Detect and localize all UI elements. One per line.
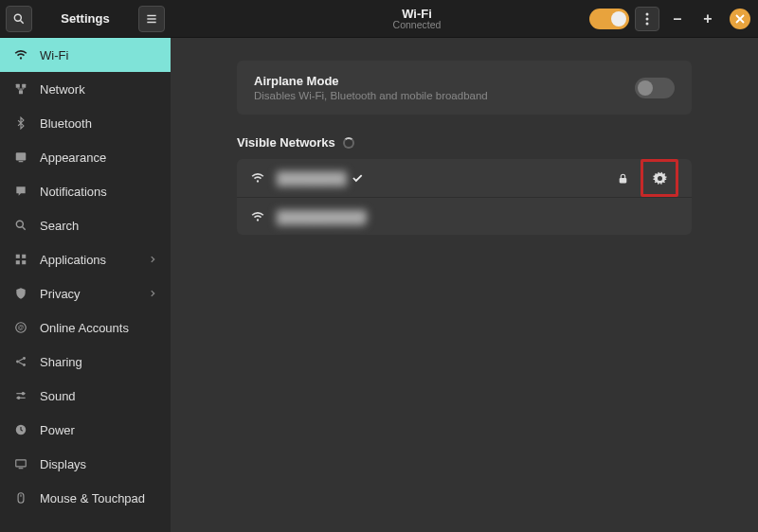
sidebar-header: Settings: [0, 0, 171, 38]
sidebar-item-displays[interactable]: Displays: [0, 447, 171, 481]
mouse-icon: [13, 490, 28, 505]
kebab-icon: [645, 12, 649, 26]
sidebar-item-label: Online Accounts: [40, 321, 157, 335]
sidebar-item-label: Network: [40, 82, 157, 97]
sidebar-item-sound[interactable]: Sound: [0, 379, 171, 413]
network-ssid: ██████████: [277, 210, 678, 223]
sidebar-item-label: Appearance: [40, 151, 157, 165]
sidebar-item-bluetooth[interactable]: Bluetooth: [0, 106, 171, 140]
svg-point-0: [14, 14, 21, 21]
sidebar-item-label: Applications: [40, 253, 136, 267]
svg-rect-14: [16, 260, 20, 264]
airplane-toggle[interactable]: [635, 78, 675, 98]
svg-point-32: [646, 22, 649, 25]
visible-networks-heading: Visible Networks: [237, 135, 692, 150]
wifi-icon: [13, 47, 28, 62]
page-title: Wi-Fi: [244, 8, 589, 20]
page-subtitle: Connected: [244, 20, 589, 30]
sidebar-item-applications[interactable]: Applications: [0, 242, 171, 276]
sidebar-item-privacy[interactable]: Privacy: [0, 276, 171, 310]
airplane-title: Airplane Mode: [254, 74, 635, 88]
topbar: Wi-Fi Connected – +: [171, 0, 758, 38]
kebab-menu-button[interactable]: [635, 7, 659, 31]
sidebar-item-network[interactable]: Network: [0, 72, 171, 106]
sharing-icon: [13, 354, 28, 369]
sidebar-item-mouse-touchpad[interactable]: Mouse & Touchpad: [0, 481, 171, 515]
svg-rect-28: [18, 493, 24, 504]
content-area: Airplane Mode Disables Wi-Fi, Bluetooth …: [171, 38, 758, 532]
sidebar-item-notifications[interactable]: Notifications: [0, 174, 171, 208]
svg-point-24: [18, 397, 20, 399]
airplane-subtitle: Disables Wi-Fi, Bluetooth and mobile bro…: [254, 90, 635, 101]
svg-rect-5: [16, 84, 20, 88]
svg-line-11: [22, 226, 25, 229]
window-maximize[interactable]: +: [695, 7, 720, 31]
sidebar-item-label: Wi-Fi: [40, 48, 157, 62]
svg-rect-9: [19, 161, 24, 162]
sidebar-item-power[interactable]: Power: [0, 413, 171, 447]
network-settings-button[interactable]: [646, 165, 673, 191]
scanning-spinner-icon: [343, 137, 354, 149]
airplane-mode-card: Airplane Mode Disables Wi-Fi, Bluetooth …: [237, 61, 692, 115]
svg-text:@: @: [18, 324, 25, 330]
privacy-icon: [13, 286, 28, 301]
svg-rect-15: [22, 260, 26, 264]
svg-line-1: [20, 20, 23, 23]
svg-rect-12: [16, 255, 20, 258]
sidebar-item-search[interactable]: Search: [0, 208, 171, 242]
online-icon: @: [13, 320, 28, 335]
sidebar-item-label: Bluetooth: [40, 116, 157, 131]
network-icon: [13, 81, 28, 97]
svg-rect-35: [620, 177, 627, 182]
wifi-signal-icon: [250, 209, 265, 224]
svg-rect-6: [22, 84, 26, 88]
svg-point-22: [22, 393, 24, 395]
svg-rect-26: [16, 460, 27, 467]
connected-check-icon: [351, 171, 364, 185]
sidebar-item-label: Notifications: [40, 185, 157, 199]
sidebar-item-wi-fi[interactable]: Wi-Fi: [0, 38, 171, 72]
topbar-right: – +: [589, 7, 750, 31]
network-row[interactable]: ████████: [237, 159, 692, 197]
chevron-right-icon: [148, 289, 157, 298]
sound-icon: [13, 388, 28, 403]
sidebar: Settings Wi-FiNetworkBluetoothAppearance…: [0, 0, 171, 532]
wifi-signal-icon: [250, 170, 265, 186]
lock-icon: [617, 172, 629, 185]
network-settings-highlight: [641, 159, 678, 197]
sidebar-list: Wi-FiNetworkBluetoothAppearanceNotificat…: [0, 38, 171, 532]
sidebar-item-label: Sound: [40, 389, 157, 403]
svg-point-31: [646, 17, 649, 20]
menu-button[interactable]: [138, 6, 165, 32]
svg-point-30: [646, 12, 649, 15]
power-icon: [13, 422, 28, 437]
sidebar-item-label: Sharing: [40, 355, 157, 369]
sidebar-item-label: Privacy: [40, 287, 136, 301]
search-button[interactable]: [6, 6, 32, 32]
sidebar-item-label: Search: [40, 219, 157, 233]
chevron-right-icon: [148, 255, 157, 264]
sidebar-item-label: Power: [40, 423, 157, 437]
svg-rect-13: [22, 255, 26, 258]
appearance-icon: [13, 150, 28, 165]
sidebar-item-online-accounts[interactable]: @Online Accounts: [0, 310, 171, 345]
network-ssid: ████████: [277, 171, 605, 185]
wifi-toggle[interactable]: [589, 9, 629, 29]
sidebar-item-sharing[interactable]: Sharing: [0, 345, 171, 379]
notifications-icon: [13, 184, 28, 199]
search-icon: [12, 12, 26, 26]
hamburger-icon: [145, 12, 158, 26]
close-icon: [735, 14, 745, 24]
svg-point-10: [16, 221, 23, 227]
sidebar-item-appearance[interactable]: Appearance: [0, 140, 171, 174]
topbar-center: Wi-Fi Connected: [244, 8, 589, 30]
svg-rect-7: [19, 90, 23, 94]
network-row[interactable]: ██████████: [237, 197, 692, 235]
window-close[interactable]: [730, 9, 750, 29]
bluetooth-icon: [13, 115, 28, 131]
main-panel: Wi-Fi Connected – + Airplane Mode Disabl…: [171, 0, 758, 532]
search-icon: [13, 218, 28, 233]
app-title: Settings: [32, 11, 138, 26]
window-minimize[interactable]: –: [665, 7, 690, 31]
visible-networks-label: Visible Networks: [237, 135, 335, 150]
